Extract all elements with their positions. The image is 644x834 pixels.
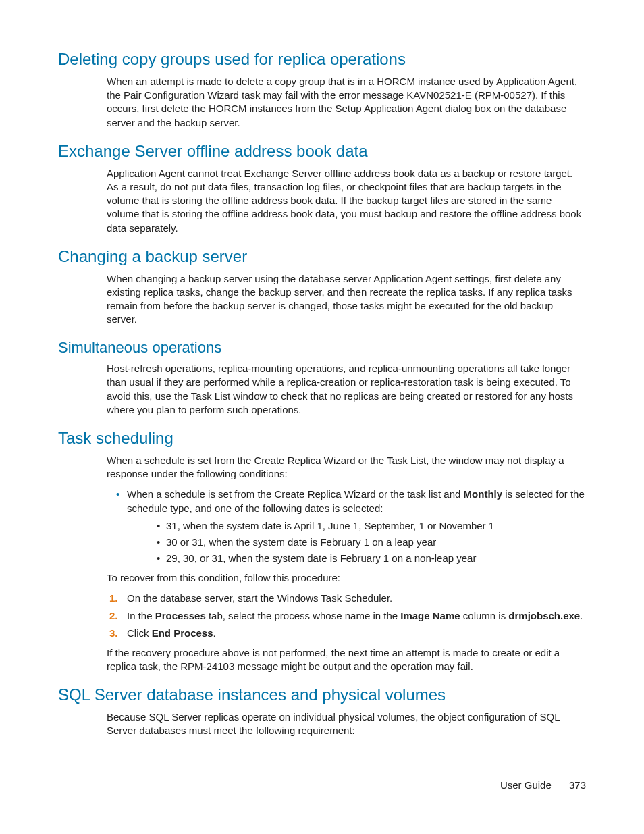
sub-bullet-item: 31, when the system date is April 1, Jun… (127, 519, 586, 533)
text: tab, select the process whose name in th… (206, 610, 401, 621)
paragraph: If the recovery procedure above is not p… (107, 646, 586, 674)
bullet-list: When a schedule is set from the Create R… (107, 488, 586, 565)
heading-task-scheduling: Task scheduling (58, 429, 586, 448)
step-item: In the Processes tab, select the process… (107, 609, 586, 623)
paragraph: Host-refresh operations, replica-mountin… (107, 362, 586, 417)
step-item: On the database server, start the Window… (107, 592, 586, 605)
sub-bullet-list: 31, when the system date is April 1, Jun… (127, 519, 586, 566)
heading-deleting-copy-groups: Deleting copy groups used for replica op… (58, 50, 586, 70)
paragraph: To recover from this condition, follow t… (107, 571, 586, 585)
heading-changing-backup-server: Changing a backup server (58, 247, 586, 267)
heading-sql-server-instances: SQL Server database instances and physic… (58, 685, 586, 705)
section-body: Host-refresh operations, replica-mountin… (107, 362, 586, 417)
text: Click (127, 627, 152, 639)
page-footer: User Guide 373 (500, 779, 586, 791)
page-number: 373 (569, 779, 586, 791)
paragraph: Application Agent cannot treat Exchange … (107, 167, 586, 235)
footer-label: User Guide (500, 779, 552, 791)
section-body: When an attempt is made to delete a copy… (107, 75, 586, 130)
text: . (213, 627, 216, 639)
bold-text: Processes (155, 610, 206, 621)
bold-text: Image Name (400, 610, 460, 621)
text: In the (127, 610, 155, 621)
section-body: Because SQL Server replicas operate on i… (107, 710, 586, 738)
sub-bullet-item: 29, 30, or 31, when the system date is F… (127, 552, 586, 565)
sub-bullet-item: 30 or 31, when the system date is Februa… (127, 536, 586, 549)
step-item: Click End Process. (107, 627, 586, 640)
heading-simultaneous-operations: Simultaneous operations (58, 339, 586, 357)
paragraph: When an attempt is made to delete a copy… (107, 75, 586, 130)
section-body: Application Agent cannot treat Exchange … (107, 167, 586, 235)
heading-exchange-server-offline: Exchange Server offline address book dat… (58, 142, 586, 161)
paragraph: When a schedule is set from the Create R… (107, 454, 586, 481)
bold-text: drmjobsch.exe (508, 610, 580, 621)
section-body: When changing a backup server using the … (107, 272, 586, 327)
page: Deleting copy groups used for replica op… (0, 0, 644, 834)
ordered-steps: On the database server, start the Window… (107, 592, 586, 641)
paragraph: Because SQL Server replicas operate on i… (107, 710, 586, 738)
text: When a schedule is set from the Create R… (127, 488, 464, 500)
bold-text: End Process (152, 627, 213, 639)
text: column is (460, 610, 509, 621)
section-body: When a schedule is set from the Create R… (107, 454, 586, 673)
text: . (580, 610, 583, 621)
paragraph: When changing a backup server using the … (107, 272, 586, 327)
bullet-item: When a schedule is set from the Create R… (107, 488, 586, 565)
bold-text: Monthly (464, 488, 503, 500)
